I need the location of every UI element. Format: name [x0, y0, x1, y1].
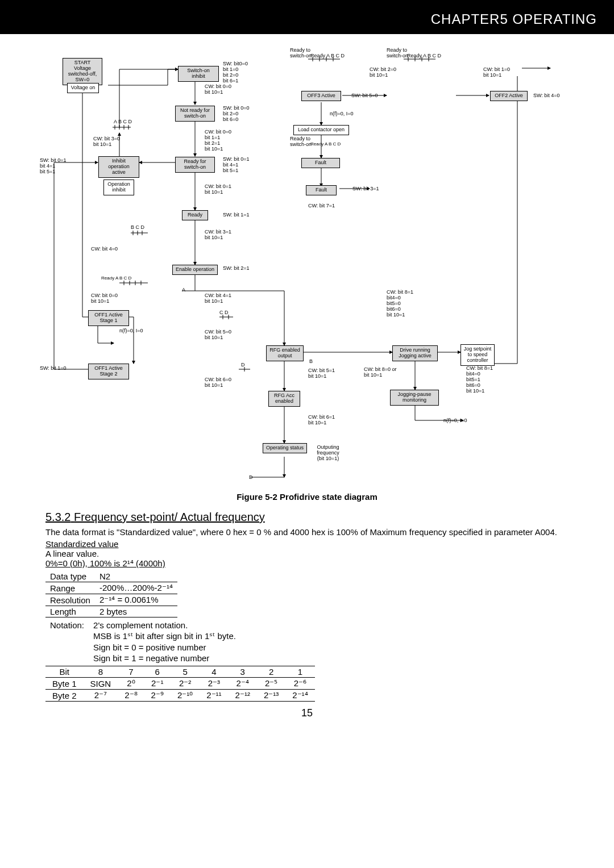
section-heading: Frequency set-point/ Actual frequency — [74, 511, 265, 523]
lbl-abcd-1: A B C D — [114, 119, 132, 125]
lbl-cw30-101: CW: bit 3=0bit 10=1 — [93, 136, 120, 148]
lbl-cw61-101: CW: bit 6=1bit 10=1 — [308, 415, 335, 426]
lbl-cw41-101: CW: bit 4=1bit 10=1 — [205, 293, 231, 304]
lbl-cw20-101: CW: bit 2=0bit 10=1 — [370, 67, 396, 78]
not4: Sign bit = 1 = negative number — [89, 653, 240, 663]
lbl-cw40: CW: bit 4=0 — [91, 247, 118, 252]
node-ready: Ready — [182, 210, 208, 220]
node-enable-op: Enable operation — [172, 265, 218, 275]
lbl-nf0-c: n(f)=0, I=0 — [119, 328, 143, 334]
node-rfg-out: RFG enabledoutput — [266, 345, 304, 361]
lbl-cd: C D — [219, 310, 229, 316]
node-outputting: Outputingfrequency(bit 10=1) — [313, 443, 343, 464]
len-val: 2 bytes — [95, 606, 177, 617]
notation-block: Notation: 2's complement notation. MSB i… — [45, 620, 240, 663]
lbl-cw71: CW: bit 7=1 — [308, 203, 335, 209]
lbl-cw50-101: CW: bit 5=0bit 10=1 — [205, 329, 231, 341]
lbl-sw01-41-51: SW: bit 0=1bit 4=1bit 5=1 — [223, 157, 250, 174]
page-number: 15 — [0, 707, 614, 719]
len-label: Length — [45, 606, 95, 617]
lbl-sw-b10: SW: bit 1=0 — [40, 366, 67, 372]
lbl-ready-abcd3: Ready A B C D — [101, 276, 131, 281]
node-off1-s1: OFF1 ActiveStage 1 — [88, 310, 129, 326]
node-start: STARTVoltageswitched-off,SW=0 — [63, 58, 102, 85]
lbl-cw60-101: CW: bit 6=0bit 10=1 — [205, 377, 231, 389]
bits-table: Bit 8 7 6 5 4 3 2 1 Byte 1 SIGN 2⁰ 2⁻¹ 2… — [45, 666, 315, 702]
lbl-cw01-101: CW: bit 0=1bit 10=1 — [205, 184, 231, 195]
not-label: Notation: — [45, 620, 89, 631]
res-val: 2⁻¹⁴ = 0.0061% — [95, 594, 177, 606]
lbl-bcd: B C D — [131, 225, 144, 231]
lbl-cw81-block2: CW: bit 8=1bit4=0bit5=1bit6=0bit 10=1 — [466, 366, 493, 394]
lbl-d2: D — [249, 475, 253, 481]
not1: 2's complement notation. — [89, 620, 240, 631]
lbl-a: A — [182, 287, 185, 293]
lbl-cw51-101: CW: bit 5=1bit 10=1 — [308, 368, 335, 379]
node-op-status: Operating status — [263, 443, 307, 453]
lbl-cw80-101: CW: bit 8=0 orbit 10=1 — [364, 367, 397, 378]
std-heading: Standardized value — [45, 539, 569, 549]
lbl-sw21: SW: bit 2=1 — [223, 266, 250, 272]
lbl-ready-abcd2: Ready A B C D — [407, 53, 441, 59]
lbl-sw-b50: SW: bit 5=0 — [351, 93, 378, 99]
dt-val: N2 — [95, 571, 177, 582]
lbl-ready-switch-on1: Ready toswitch-on — [290, 48, 312, 59]
node-switch-on-inhibit: Switch-on inhibit — [178, 66, 219, 82]
node-not-ready: Not ready forswitch-on — [175, 106, 215, 122]
lbl-nf0-a: n(f)=0, I=0 — [330, 111, 354, 117]
bits-header-row: Bit 8 7 6 5 4 3 2 1 — [45, 666, 315, 678]
node-off3: OFF3 Active — [301, 91, 341, 101]
diagram-lines — [34, 45, 580, 489]
section-title: 5.3.2 Frequency set-point/ Actual freque… — [45, 511, 569, 524]
chapter-header: CHAPTER5 OPERATING — [0, 0, 614, 34]
range-label: Range — [45, 582, 95, 594]
node-off1-s2: OFF1 ActiveStage 2 — [88, 364, 129, 379]
node-off2: OFF2 Active — [490, 91, 528, 101]
node-op-inhibit-label: Operationinhibit — [103, 180, 134, 195]
res-label: Resolution — [45, 594, 95, 606]
lbl-ready-switch-on3: Ready toswitch-on — [290, 136, 312, 148]
range-val: -200%…200%-2⁻¹⁴ — [95, 582, 177, 594]
node-inhibit-op-active: Inhibit operationactive — [98, 156, 139, 178]
scale-line: 0%=0 (0h), 100% is 2¹⁴ (4000h) — [45, 558, 569, 569]
lbl-sw01-4151: SW: bit 0=1bit 4=1bit 5=1 — [40, 158, 67, 175]
spec-table: Data typeN2 Range-200%…200%-2⁻¹⁴ Resolut… — [45, 571, 177, 617]
node-load-contactor: Load contactor open — [293, 125, 349, 135]
lbl-sw-bits1: SW: bit0=0bit 1=0bit 2=0bit 6=1 — [223, 61, 248, 84]
byte2-row: Byte 2 2⁻⁷ 2⁻⁸ 2⁻⁹ 2⁻¹⁰ 2⁻¹¹ 2⁻¹² 2⁻¹³ 2… — [45, 690, 315, 702]
lbl-ready-switch-on2: Ready toswitch-on — [387, 48, 408, 59]
lbl-ready-abcd4: Ready A B C D — [310, 142, 341, 147]
linear-note: A linear value. — [45, 549, 569, 558]
lbl-cw00-101: CW: bit 0=0bit 10=1 — [205, 84, 231, 95]
dt-label: Data type — [45, 571, 95, 582]
lbl-cw00-b11-b21-101: CW: bit 0=0bit 1=1bit 2=1bit 10=1 — [205, 130, 231, 152]
node-ready-for-switch-on: Ready forswitch-on — [175, 157, 215, 173]
lbl-sw11: SW: bit 1=1 — [223, 212, 250, 218]
lbl-sw00-20-60: SW: bit 0=0bit 2=0bit 6=0 — [223, 106, 250, 123]
state-diagram: STARTVoltageswitched-off,SW=0 Voltage on… — [34, 45, 580, 489]
figure-caption: Figure 5-2 Profidrive state diagram — [0, 492, 614, 502]
node-rfg-acc: RFG Accenabled — [268, 391, 300, 407]
lbl-sw-b40: SW: bit 4=0 — [533, 93, 560, 99]
byte1-row: Byte 1 SIGN 2⁰ 2⁻¹ 2⁻² 2⁻³ 2⁻⁴ 2⁻⁵ 2⁻⁶ — [45, 678, 315, 690]
lbl-d1: D — [241, 362, 245, 368]
node-fault: Fault — [306, 185, 337, 195]
node-drive-running: Drive runningJogging active — [392, 345, 438, 361]
lbl-cw81-block: CW: bit 8=1bit4=0bit5=0bit6=0bit 10=1 — [387, 290, 413, 318]
node-jog-pause: Jogging-pausemonitoring — [390, 390, 439, 406]
lbl-cw10-101: CW: bit 1=0bit 10=1 — [483, 67, 510, 78]
section-number: 5.3.2 — [45, 511, 70, 523]
node-fault-big: Fault — [301, 158, 340, 168]
lbl-ready-abcd1: Ready A B C D — [310, 53, 345, 59]
lbl-cw31-101: CW: bit 3=1bit 10=1 — [205, 229, 231, 241]
not2: MSB is 1ˢᵗ bit after sign bit in 1ˢᵗ byt… — [89, 631, 240, 642]
lbl-sw-b31: SW: bit 3=1 — [352, 186, 379, 192]
lbl-nf0-b: n(f)=0, I=0 — [443, 418, 467, 424]
lbl-b: B — [309, 359, 313, 365]
body-paragraph: The data format is "Standardized value",… — [45, 527, 569, 537]
node-jog-setpoint: Jog setpointto speedcontroller — [460, 344, 495, 366]
node-voltage-on: Voltage on — [67, 83, 99, 93]
lbl-cw00-101b: CW: bit 0=0bit 10=1 — [91, 293, 118, 304]
not3: Sign bit = 0 = positive number — [89, 642, 240, 653]
